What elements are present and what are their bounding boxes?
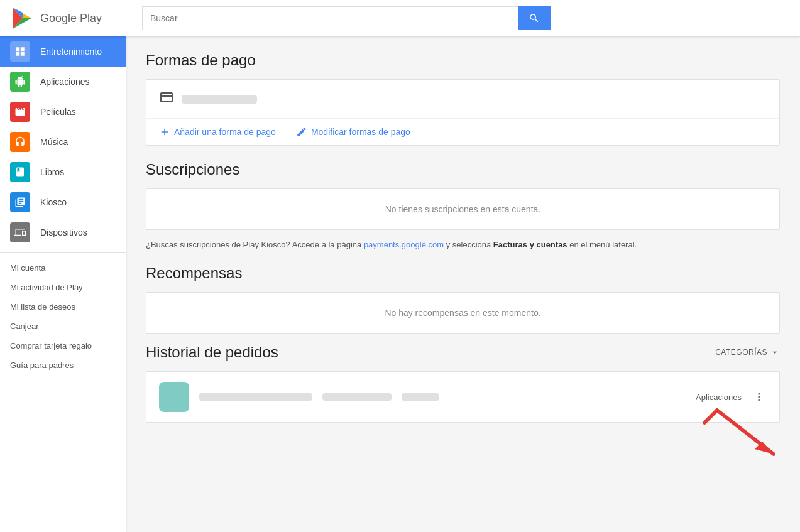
sidebar-item-peliculas[interactable]: Películas: [0, 97, 126, 127]
sidebar-label-libros: Libros: [40, 167, 64, 177]
order-more-button[interactable]: [752, 389, 767, 404]
search-input[interactable]: [142, 6, 518, 30]
subscriptions-note: ¿Buscas suscripciones de Play Kiosco? Ac…: [146, 240, 780, 249]
sidebar-item-kiosco[interactable]: Kiosco: [0, 187, 126, 217]
categorias-label: CATEGORÍAS: [715, 348, 767, 357]
edit-icon: [296, 126, 307, 138]
search-bar: [142, 6, 551, 30]
sidebar-label-kiosco: Kiosco: [40, 197, 67, 207]
orders-title: Historial de pedidos: [146, 344, 278, 361]
historial-header: Historial de pedidos CATEGORÍAS: [146, 344, 780, 361]
sidebar-item-dispositivos[interactable]: Dispositivos: [0, 217, 126, 247]
payment-card: Añadir una forma de pago Modificar forma…: [146, 79, 780, 146]
rewards-empty-card: No hay recompensas en este momento.: [146, 292, 780, 334]
rewards-empty-text: No hay recompensas en este momento.: [385, 308, 540, 318]
categorias-button[interactable]: CATEGORÍAS: [715, 347, 780, 357]
sidebar-label-peliculas: Películas: [40, 107, 76, 117]
device-icon: [10, 222, 30, 242]
android-icon: [10, 72, 30, 92]
film-icon: [10, 102, 30, 122]
add-payment-button[interactable]: Añadir una forma de pago: [159, 126, 276, 138]
sidebar-item-aplicaciones[interactable]: Aplicaciones: [0, 67, 126, 97]
header: Google Play: [0, 0, 800, 36]
payment-title: Formas de pago: [146, 52, 780, 69]
chevron-down-icon: [770, 347, 780, 357]
search-icon: [529, 13, 540, 24]
subscriptions-empty-text: No tienes suscripciones en esta cuenta.: [385, 204, 540, 214]
logo-text: Google Play: [40, 12, 102, 25]
svg-marker-6: [755, 442, 774, 454]
sidebar-link-tarjeta-regalo[interactable]: Comprar tarjeta regalo: [0, 336, 126, 356]
sidebar-link-actividad[interactable]: Mi actividad de Play: [0, 278, 126, 297]
sidebar-link-mi-cuenta[interactable]: Mi cuenta: [0, 258, 126, 278]
sidebar-item-libros[interactable]: Libros: [0, 157, 126, 187]
subscriptions-note-after: y selecciona: [444, 240, 493, 249]
sidebar-link-lista-deseos[interactable]: Mi lista de deseos: [0, 297, 126, 317]
payment-card-actions: Añadir una forma de pago Modificar forma…: [146, 119, 779, 145]
edit-payment-button[interactable]: Modificar formas de pago: [296, 126, 410, 138]
sidebar-item-entretenimiento[interactable]: Entretenimiento: [0, 36, 126, 67]
more-vert-icon: [753, 391, 765, 403]
order-blurred-price: [402, 393, 439, 401]
add-payment-label: Añadir una forma de pago: [174, 127, 276, 137]
sidebar-label-entretenimiento: Entretenimiento: [40, 46, 102, 57]
payment-blurred-info: [182, 95, 257, 104]
logo-area: Google Play: [10, 6, 142, 30]
credit-card-icon: [159, 90, 174, 108]
sidebar-item-musica[interactable]: Música: [0, 127, 126, 157]
rewards-title: Recompensas: [146, 264, 780, 282]
subscriptions-empty-card: No tienes suscripciones en esta cuenta.: [146, 188, 780, 230]
payments-link[interactable]: payments.google.com: [364, 240, 444, 249]
google-play-logo-icon: [10, 6, 34, 30]
subscriptions-note-before: ¿Buscas suscripciones de Play Kiosco? Ac…: [146, 240, 364, 249]
sidebar-label-dispositivos: Dispositivos: [40, 227, 87, 237]
subscriptions-note-bold: Facturas y cuentas: [493, 240, 567, 249]
sidebar-divider: [0, 252, 126, 253]
subscriptions-note-end: en el menú lateral.: [567, 240, 637, 249]
grid-icon: [10, 41, 30, 62]
order-blurred-date: [322, 393, 392, 401]
order-category: Aplicaciones: [696, 393, 742, 402]
subscriptions-title: Suscripciones: [146, 161, 780, 178]
order-info: [199, 393, 686, 401]
order-blurred-name: [199, 393, 312, 401]
sidebar: Entretenimiento Aplicaciones Películas M…: [0, 36, 126, 532]
book-icon: [10, 162, 30, 182]
search-button[interactable]: [518, 6, 551, 30]
sidebar-link-canjear[interactable]: Canjear: [0, 317, 126, 336]
order-card: Aplicaciones: [146, 371, 780, 423]
sidebar-link-guia-padres[interactable]: Guía para padres: [0, 356, 126, 375]
payment-card-row: [146, 80, 779, 119]
order-thumbnail: [159, 382, 189, 412]
edit-payment-label: Modificar formas de pago: [311, 127, 410, 137]
main-content: Formas de pago Añadir una forma de pago …: [126, 36, 800, 532]
headphone-icon: [10, 132, 30, 152]
kiosco-icon: [10, 192, 30, 212]
sidebar-label-aplicaciones: Aplicaciones: [40, 77, 90, 87]
order-card-wrapper: Aplicaciones: [146, 371, 780, 423]
sidebar-label-musica: Música: [40, 137, 68, 147]
plus-icon: [159, 126, 170, 138]
